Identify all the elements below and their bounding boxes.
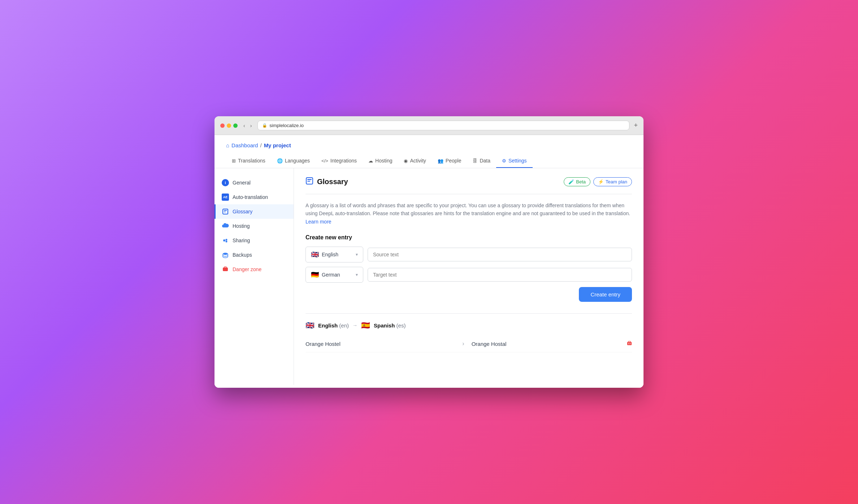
hosting-icon: ☁ <box>368 158 373 164</box>
address-bar[interactable]: 🔒 simplelocalize.io <box>257 121 629 130</box>
entry-source-lang: English (en) <box>318 322 349 329</box>
top-nav: ⌂ Dashboard / My project ⊞ Translations … <box>214 135 644 168</box>
source-flag: 🇬🇧 <box>311 251 319 258</box>
glossary-header: Glossary 🧪 Beta ⚡ Team plan <box>306 177 632 194</box>
cloud-icon <box>222 222 229 230</box>
create-entry-button[interactable]: Create entry <box>579 287 632 302</box>
breadcrumb-dashboard[interactable]: Dashboard <box>231 142 258 148</box>
team-plan-badge[interactable]: ⚡ Team plan <box>593 177 632 186</box>
back-button[interactable]: ‹ <box>242 122 247 129</box>
glossary-title: Glossary <box>306 177 348 187</box>
main-layout: i General AE Auto-translation G <box>214 168 644 385</box>
activity-icon: ◉ <box>404 158 408 164</box>
target-row: 🇩🇪 German ▾ <box>306 267 632 283</box>
table-row: Orange Hostel › Orange Hostal <box>306 335 632 352</box>
target-text-input[interactable] <box>368 268 632 282</box>
tab-activity[interactable]: ◉ Activity <box>398 154 432 168</box>
svg-rect-10 <box>307 179 312 180</box>
entry-arrow-icon: › <box>462 340 464 347</box>
tab-settings[interactable]: ⚙ Settings <box>496 154 533 168</box>
breadcrumb: ⌂ Dashboard / My project <box>226 142 632 148</box>
languages-icon: 🌐 <box>277 158 283 164</box>
entry-source-code: (en) <box>339 322 349 329</box>
app-content: ⌂ Dashboard / My project ⊞ Translations … <box>214 135 644 388</box>
browser-window: ‹ › 🔒 simplelocalize.io + ⌂ Dashboard / … <box>214 116 644 388</box>
language-pair-header: 🇬🇧 English (en) → 🇪🇸 Spanish (es) <box>306 321 632 330</box>
sidebar-item-backups[interactable]: Backups <box>214 248 294 262</box>
tab-integrations[interactable]: </> Integrations <box>316 154 363 168</box>
entry-target-code: (es) <box>396 322 406 329</box>
glossary-icon <box>222 208 229 215</box>
home-icon: ⌂ <box>226 142 229 148</box>
entry-source-flag: 🇬🇧 <box>306 321 315 330</box>
translations-icon: ⊞ <box>232 158 236 164</box>
source-language-select[interactable]: 🇬🇧 English ▾ <box>306 247 363 262</box>
target-flag: 🇩🇪 <box>311 271 319 279</box>
minimize-button[interactable] <box>227 123 231 128</box>
auto-translation-icon: AE <box>222 194 229 201</box>
svg-point-5 <box>226 241 228 243</box>
source-row: 🇬🇧 English ▾ <box>306 247 632 262</box>
learn-more-link[interactable]: Learn more <box>306 219 332 225</box>
target-chevron-icon: ▾ <box>356 272 358 277</box>
traffic-lights <box>220 123 238 128</box>
source-language-label: English <box>322 252 338 257</box>
svg-rect-2 <box>224 212 226 212</box>
sidebar: i General AE Auto-translation G <box>214 168 294 385</box>
breadcrumb-project[interactable]: My project <box>264 142 291 148</box>
glossary-description: A glossary is a list of words and phrase… <box>306 201 632 226</box>
fullscreen-button[interactable] <box>233 123 238 128</box>
backups-icon <box>222 251 229 258</box>
svg-rect-1 <box>224 210 227 211</box>
target-language-label: German <box>322 272 340 278</box>
info-icon: i <box>222 179 229 186</box>
entry-target-lang: Spanish (es) <box>374 322 406 329</box>
sidebar-item-hosting[interactable]: Hosting <box>214 219 294 233</box>
target-language-select[interactable]: 🇩🇪 German ▾ <box>306 267 363 283</box>
tab-hosting[interactable]: ☁ Hosting <box>363 154 398 168</box>
badges: 🧪 Beta ⚡ Team plan <box>564 177 632 186</box>
create-section-title: Create new entry <box>306 234 632 241</box>
sidebar-item-danger-zone[interactable]: Danger zone <box>214 262 294 277</box>
glossary-entries: 🇬🇧 English (en) → 🇪🇸 Spanish (es) Orange… <box>306 313 632 352</box>
svg-point-4 <box>226 239 228 241</box>
breadcrumb-separator: / <box>260 142 261 148</box>
data-icon: 🗄 <box>473 158 477 164</box>
beta-icon: 🧪 <box>568 179 574 184</box>
tab-data[interactable]: 🗄 Data <box>467 154 496 168</box>
delete-entry-button[interactable] <box>627 341 632 347</box>
pair-arrow-icon: → <box>352 322 358 328</box>
svg-point-3 <box>223 239 225 242</box>
lock-icon: 🔒 <box>262 123 267 128</box>
nav-tabs: ⊞ Translations 🌐 Languages </> Integrati… <box>226 154 632 168</box>
sidebar-item-auto-translation[interactable]: AE Auto-translation <box>214 190 294 204</box>
glossary-title-icon <box>306 177 313 187</box>
sidebar-item-sharing[interactable]: Sharing <box>214 233 294 248</box>
tab-people[interactable]: 👥 People <box>432 154 467 168</box>
source-chevron-icon: ▾ <box>356 252 358 257</box>
lightning-icon: ⚡ <box>598 179 604 184</box>
integrations-icon: </> <box>321 158 328 164</box>
forward-button[interactable]: › <box>249 122 254 129</box>
close-button[interactable] <box>220 123 225 128</box>
new-tab-button[interactable]: + <box>634 122 638 129</box>
source-text-input[interactable] <box>368 248 632 261</box>
sidebar-item-glossary[interactable]: Glossary <box>214 204 294 219</box>
settings-icon: ⚙ <box>502 158 506 164</box>
tab-translations[interactable]: ⊞ Translations <box>226 154 271 168</box>
svg-point-6 <box>223 253 228 255</box>
sharing-icon <box>222 237 229 244</box>
nav-arrows: ‹ › <box>242 122 253 129</box>
tab-languages[interactable]: 🌐 Languages <box>271 154 316 168</box>
entry-target-text: Orange Hostal <box>472 341 621 347</box>
svg-rect-11 <box>307 181 310 182</box>
url-text: simplelocalize.io <box>269 123 304 128</box>
svg-rect-13 <box>628 341 630 342</box>
danger-icon <box>222 266 229 273</box>
entry-target-flag: 🇪🇸 <box>361 321 370 330</box>
content-area: Glossary 🧪 Beta ⚡ Team plan <box>294 168 644 385</box>
form-actions: Create entry <box>306 287 632 302</box>
sidebar-item-general[interactable]: i General <box>214 175 294 190</box>
people-icon: 👥 <box>438 158 443 164</box>
browser-chrome: ‹ › 🔒 simplelocalize.io + <box>214 116 644 135</box>
